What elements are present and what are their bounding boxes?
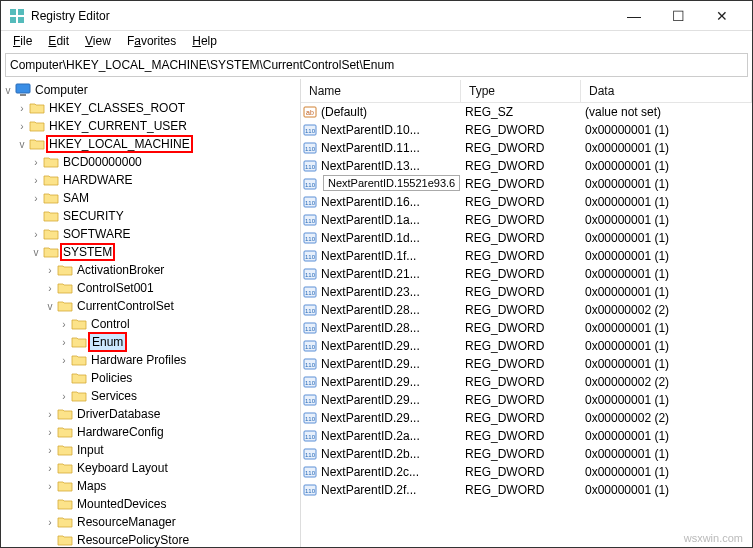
value-row[interactable]: 110 NextParentID.1a... REG_DWORD 0x00000… xyxy=(301,211,752,229)
expander-icon[interactable]: › xyxy=(57,355,71,366)
value-row[interactable]: 110 NextParentID.2c... REG_DWORD 0x00000… xyxy=(301,463,752,481)
tree-label[interactable]: Policies xyxy=(89,370,134,386)
expander-icon[interactable]: v xyxy=(29,247,43,258)
tree-label[interactable]: HKEY_LOCAL_MACHINE xyxy=(47,136,192,152)
tree-item[interactable]: ›Input xyxy=(1,441,300,459)
tree-item[interactable]: ›HKEY_CLASSES_ROOT xyxy=(1,99,300,117)
tree-item[interactable]: ›BCD00000000 xyxy=(1,153,300,171)
tree-label[interactable]: DriverDatabase xyxy=(75,406,162,422)
value-row[interactable]: ab (Default) REG_SZ (value not set) xyxy=(301,103,752,121)
tree-label[interactable]: HARDWARE xyxy=(61,172,135,188)
value-row[interactable]: 110 NextParentID.29... REG_DWORD 0x00000… xyxy=(301,409,752,427)
expander-icon[interactable]: › xyxy=(43,283,57,294)
expander-icon[interactable]: › xyxy=(15,103,29,114)
menu-help[interactable]: Help xyxy=(186,32,223,50)
expander-icon[interactable]: › xyxy=(43,265,57,276)
minimize-button[interactable]: ― xyxy=(612,1,656,31)
expander-icon[interactable]: › xyxy=(43,445,57,456)
maximize-button[interactable]: ☐ xyxy=(656,1,700,31)
tree-label[interactable]: SOFTWARE xyxy=(61,226,133,242)
expander-icon[interactable]: › xyxy=(57,319,71,330)
tree-item[interactable]: vCurrentControlSet xyxy=(1,297,300,315)
value-row[interactable]: 110 NextParentID.13... REG_DWORD 0x00000… xyxy=(301,157,752,175)
col-type[interactable]: Type xyxy=(461,80,581,102)
value-row[interactable]: 110 NextParentID.21... REG_DWORD 0x00000… xyxy=(301,265,752,283)
tree-label[interactable]: ControlSet001 xyxy=(75,280,156,296)
value-row[interactable]: 110 NextParentID.2a... REG_DWORD 0x00000… xyxy=(301,427,752,445)
tree-label[interactable]: HKEY_CURRENT_USER xyxy=(47,118,189,134)
expander-icon[interactable] xyxy=(43,499,57,510)
expander-icon[interactable]: › xyxy=(43,481,57,492)
expander-icon[interactable]: › xyxy=(57,391,71,402)
tree-label[interactable]: Input xyxy=(75,442,106,458)
tree-item[interactable]: ›Keyboard Layout xyxy=(1,459,300,477)
expander-icon[interactable]: › xyxy=(29,193,43,204)
tree-item[interactable]: ›Control xyxy=(1,315,300,333)
tree-label[interactable]: CurrentControlSet xyxy=(75,298,176,314)
tree-item[interactable]: ›Hardware Profiles xyxy=(1,351,300,369)
menu-favorites[interactable]: Favorites xyxy=(121,32,182,50)
close-button[interactable]: ✕ xyxy=(700,1,744,31)
value-row[interactable]: 110 NextParentID.1d... REG_DWORD 0x00000… xyxy=(301,229,752,247)
value-row[interactable]: 110 NextParentID.29... REG_DWORD 0x00000… xyxy=(301,355,752,373)
col-name[interactable]: Name xyxy=(301,80,461,102)
tree-item[interactable]: ›Maps xyxy=(1,477,300,495)
expander-icon[interactable]: › xyxy=(43,409,57,420)
menu-view[interactable]: View xyxy=(79,32,117,50)
tree-label[interactable]: HardwareConfig xyxy=(75,424,166,440)
value-row[interactable]: 110 NextParentID.28... REG_DWORD 0x00000… xyxy=(301,301,752,319)
values-pane[interactable]: Name Type Data ab (Default) REG_SZ (valu… xyxy=(301,79,752,547)
tree-item[interactable]: ›SAM xyxy=(1,189,300,207)
expander-icon[interactable]: › xyxy=(43,463,57,474)
value-row[interactable]: 110 NextParentID.15521e93.6 REG_DWORD 0x… xyxy=(301,175,752,193)
expander-icon[interactable]: › xyxy=(29,229,43,240)
col-data[interactable]: Data xyxy=(581,80,752,102)
tree-label[interactable]: ResourcePolicyStore xyxy=(75,532,191,547)
tree-label[interactable]: Maps xyxy=(75,478,108,494)
tree-item[interactable]: ›Services xyxy=(1,387,300,405)
tree-item[interactable]: vHKEY_LOCAL_MACHINE xyxy=(1,135,300,153)
expander-icon[interactable]: › xyxy=(29,175,43,186)
expander-icon[interactable]: › xyxy=(57,337,71,348)
value-row[interactable]: 110 NextParentID.1f... REG_DWORD 0x00000… xyxy=(301,247,752,265)
tree-item[interactable]: MountedDevices xyxy=(1,495,300,513)
tree-item[interactable]: vComputer xyxy=(1,81,300,99)
value-row[interactable]: 110 NextParentID.23... REG_DWORD 0x00000… xyxy=(301,283,752,301)
value-row[interactable]: 110 NextParentID.2f... REG_DWORD 0x00000… xyxy=(301,481,752,499)
tree-label[interactable]: Hardware Profiles xyxy=(89,352,188,368)
expander-icon[interactable]: v xyxy=(15,139,29,150)
tree-label[interactable]: Control xyxy=(89,316,132,332)
tree-label[interactable]: ResourceManager xyxy=(75,514,178,530)
tree-item[interactable]: ›ActivationBroker xyxy=(1,261,300,279)
tree-item[interactable]: vSYSTEM xyxy=(1,243,300,261)
tree-label[interactable]: HKEY_CLASSES_ROOT xyxy=(47,100,187,116)
expander-icon[interactable]: › xyxy=(29,157,43,168)
tree-item[interactable]: ResourcePolicyStore xyxy=(1,531,300,547)
tree-item[interactable]: ›DriverDatabase xyxy=(1,405,300,423)
expander-icon[interactable] xyxy=(57,373,71,384)
tree-label[interactable]: SECURITY xyxy=(61,208,126,224)
menu-edit[interactable]: Edit xyxy=(42,32,75,50)
tree-label[interactable]: ActivationBroker xyxy=(75,262,166,278)
expander-icon[interactable]: › xyxy=(43,427,57,438)
tree-label[interactable]: MountedDevices xyxy=(75,496,168,512)
value-row[interactable]: 110 NextParentID.11... REG_DWORD 0x00000… xyxy=(301,139,752,157)
tree-item[interactable]: ›HardwareConfig xyxy=(1,423,300,441)
tree-item[interactable]: ›ControlSet001 xyxy=(1,279,300,297)
tree-label[interactable]: Keyboard Layout xyxy=(75,460,170,476)
value-row[interactable]: 110 NextParentID.29... REG_DWORD 0x00000… xyxy=(301,391,752,409)
expander-icon[interactable]: v xyxy=(1,85,15,96)
value-row[interactable]: 110 NextParentID.29... REG_DWORD 0x00000… xyxy=(301,373,752,391)
expander-icon[interactable] xyxy=(43,535,57,546)
expander-icon[interactable]: › xyxy=(43,517,57,528)
tree-label[interactable]: SYSTEM xyxy=(61,244,114,260)
expander-icon[interactable]: v xyxy=(43,301,57,312)
value-row[interactable]: 110 NextParentID.2b... REG_DWORD 0x00000… xyxy=(301,445,752,463)
tree-item[interactable]: ›HKEY_CURRENT_USER xyxy=(1,117,300,135)
tree-label[interactable]: Enum xyxy=(89,333,126,351)
tree-label[interactable]: BCD00000000 xyxy=(61,154,144,170)
value-row[interactable]: 110 NextParentID.28... REG_DWORD 0x00000… xyxy=(301,319,752,337)
value-row[interactable]: 110 NextParentID.16... REG_DWORD 0x00000… xyxy=(301,193,752,211)
tree-item[interactable]: SECURITY xyxy=(1,207,300,225)
value-row[interactable]: 110 NextParentID.10... REG_DWORD 0x00000… xyxy=(301,121,752,139)
